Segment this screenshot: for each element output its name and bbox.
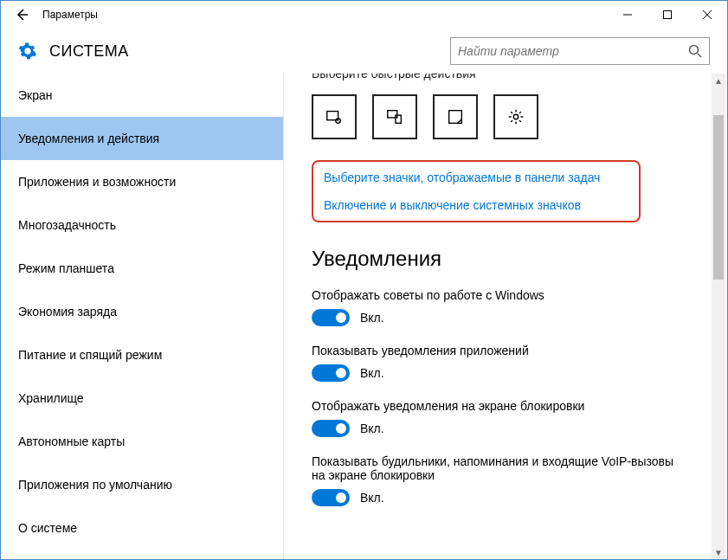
sidebar-item-default-apps[interactable]: Приложения по умолчанию [1, 463, 283, 506]
toggle-switch[interactable] [312, 364, 350, 382]
quick-action-row [312, 94, 706, 139]
titlebar: Параметры [1, 1, 727, 29]
sidebar-item-tablet[interactable]: Режим планшета [1, 247, 283, 290]
toggle-state: Вкл. [360, 491, 384, 505]
toggle-state: Вкл. [360, 422, 384, 435]
svg-point-1 [690, 46, 699, 55]
quick-action-note[interactable] [433, 94, 478, 139]
sidebar-item-apps[interactable]: Приложения и возможности [1, 160, 283, 203]
sidebar-item-maps[interactable]: Автономные карты [1, 420, 283, 463]
quick-actions-heading: Выберите быстрые действия [312, 74, 706, 80]
gear-icon [18, 42, 37, 61]
toggle-label: Показывать будильники, напоминания и вхо… [312, 454, 675, 482]
sidebar-item-about[interactable]: О системе [1, 506, 283, 550]
toggle-lockscreen-notifications: Отображать уведомления на экране блокиро… [312, 399, 706, 437]
toggle-label: Отображать советы по работе с Windows [312, 288, 706, 302]
sidebar-item-power[interactable]: Питание и спящий режим [1, 333, 283, 377]
svg-rect-0 [664, 11, 672, 19]
link-system-icons[interactable]: Включение и выключение системных значков [324, 198, 628, 212]
toggle-alarms-voip: Показывать будильники, напоминания и вхо… [312, 454, 706, 506]
close-button[interactable] [687, 1, 727, 29]
toggle-state: Вкл. [360, 311, 384, 325]
sidebar-item-storage[interactable]: Хранилище [1, 377, 283, 420]
toggle-label: Отображать уведомления на экране блокиро… [312, 399, 706, 413]
link-taskbar-icons[interactable]: Выберите значки, отображаемые в панели з… [324, 171, 628, 184]
svg-point-7 [513, 114, 519, 119]
maximize-button[interactable] [647, 1, 687, 29]
scroll-up-arrow[interactable]: ▲ [712, 74, 725, 87]
minimize-button[interactable] [608, 1, 647, 29]
highlight-box: Выберите значки, отображаемые в панели з… [312, 160, 641, 222]
quick-action-settings[interactable] [493, 94, 538, 139]
sidebar-item-battery[interactable]: Экономия заряда [1, 290, 283, 333]
quick-action-connect[interactable] [372, 94, 417, 139]
sidebar-item-display[interactable]: Экран [1, 74, 283, 117]
svg-rect-5 [396, 115, 401, 123]
scrollbar-vertical[interactable]: ▲ ▼ [712, 74, 725, 559]
toggle-label: Показывать уведомления приложений [312, 344, 706, 357]
sidebar-item-notifications[interactable]: Уведомления и действия [1, 117, 283, 160]
notifications-heading: Уведомления [312, 247, 706, 271]
page-title: СИСТЕМА [49, 42, 129, 61]
window-title: Параметры [42, 9, 98, 21]
sidebar-item-multitasking[interactable]: Многозадачность [1, 203, 283, 247]
search-box[interactable] [450, 37, 710, 65]
toggle-app-notifications: Показывать уведомления приложений Вкл. [312, 344, 706, 382]
sidebar: Экран Уведомления и действия Приложения … [1, 74, 284, 559]
toggle-switch[interactable] [312, 420, 350, 437]
toggle-windows-tips: Отображать советы по работе с Windows Вк… [312, 288, 706, 326]
toggle-state: Вкл. [360, 366, 384, 380]
quick-action-tablet[interactable] [312, 94, 357, 139]
content-pane: Выберите быстрые действия Выберите значк… [284, 74, 727, 559]
scroll-down-arrow[interactable]: ▼ [712, 545, 725, 559]
scrollbar-thumb[interactable] [713, 115, 724, 280]
back-button[interactable] [8, 1, 35, 29]
toggle-switch[interactable] [312, 489, 350, 506]
toggle-switch[interactable] [312, 309, 350, 326]
search-icon [688, 44, 702, 58]
search-input[interactable] [458, 44, 688, 58]
header: СИСТЕМА [1, 29, 727, 74]
